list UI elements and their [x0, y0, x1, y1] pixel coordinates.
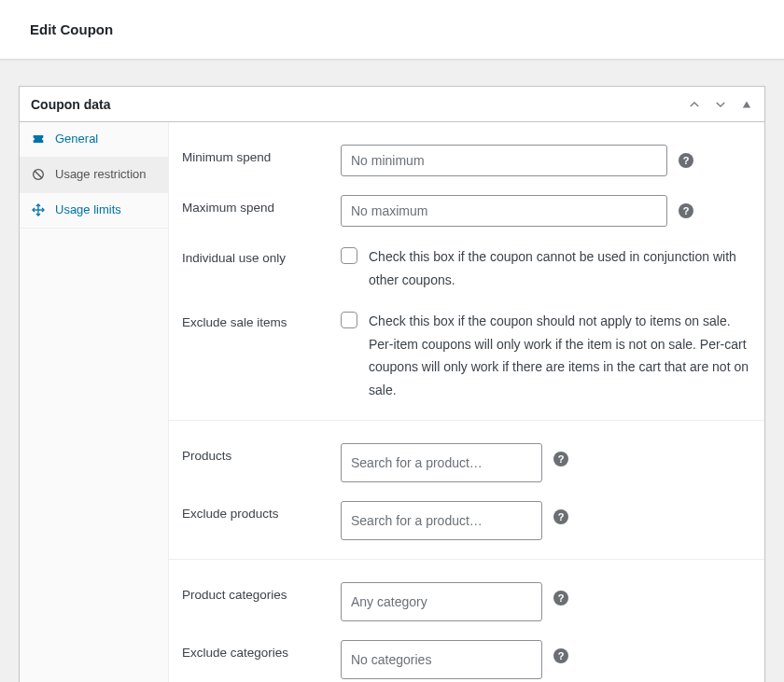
tab-general[interactable]: General [20, 122, 168, 158]
row-min-spend: Minimum spend ? [182, 132, 751, 182]
label-products: Products [182, 443, 341, 463]
help-icon[interactable]: ? [553, 648, 568, 663]
products-select-placeholder: Search for a product… [351, 455, 483, 470]
group-spend: Minimum spend ? Maximum spend ? [169, 122, 764, 421]
help-icon[interactable]: ? [553, 509, 568, 524]
chevron-up-icon[interactable] [688, 98, 701, 111]
min-spend-input[interactable] [341, 145, 667, 176]
row-max-spend: Maximum spend ? [182, 182, 751, 232]
coupon-data-metabox: Coupon data G [19, 86, 765, 682]
tab-usage-limits[interactable]: Usage limits [20, 193, 168, 229]
panel-wrap: General Usage restriction Usage limits [20, 122, 764, 682]
label-exclude-categories: Exclude categories [182, 640, 341, 660]
tab-usage-restriction-label: Usage restriction [55, 167, 157, 183]
tab-usage-limits-label: Usage limits [55, 202, 157, 218]
label-individual-use: Individual use only [182, 245, 341, 265]
help-icon[interactable]: ? [553, 591, 568, 605]
individual-use-checkbox[interactable] [341, 247, 357, 264]
exclude-sale-description: Check this box if the coupon should not … [369, 310, 751, 401]
row-individual-use: Individual use only Check this box if th… [182, 232, 751, 297]
tab-general-label: General [55, 132, 157, 147]
row-products: Products Search for a product… ? [182, 430, 751, 488]
group-products: Products Search for a product… ? Exclude… [169, 421, 764, 560]
exclude-products-select-placeholder: Search for a product… [351, 513, 483, 528]
row-exclude-products: Exclude products Search for a product… ? [182, 488, 751, 546]
coupon-pane: Minimum spend ? Maximum spend ? [169, 122, 764, 682]
move-icon [31, 202, 46, 217]
page-header: Edit Coupon [0, 0, 784, 60]
help-icon[interactable]: ? [679, 153, 693, 168]
help-icon[interactable]: ? [679, 203, 693, 218]
label-min-spend: Minimum spend [182, 145, 341, 164]
chevron-down-icon[interactable] [714, 98, 727, 111]
label-exclude-products: Exclude products [182, 501, 341, 521]
max-spend-input[interactable] [341, 195, 667, 227]
exclude-products-select[interactable]: Search for a product… [341, 501, 542, 540]
ban-icon [31, 167, 46, 182]
individual-use-description: Check this box if the coupon cannot be u… [369, 245, 751, 291]
exclude-categories-select-placeholder: No categories [351, 652, 431, 667]
help-icon[interactable]: ? [553, 452, 568, 466]
row-categories: Product categories Any category ? [182, 569, 751, 627]
svg-line-2 [35, 171, 42, 178]
metabox-title: Coupon data [31, 97, 111, 112]
label-exclude-sale: Exclude sale items [182, 310, 341, 329]
metabox-header: Coupon data [20, 87, 764, 122]
coupon-tabs: General Usage restriction Usage limits [20, 122, 169, 682]
row-exclude-sale: Exclude sale items Check this box if the… [182, 297, 751, 407]
ticket-icon [31, 132, 46, 146]
row-exclude-categories: Exclude categories No categories ? [182, 627, 751, 682]
svg-marker-0 [743, 101, 750, 107]
metabox-handle-actions [688, 98, 753, 111]
content-wrap: Coupon data G [0, 60, 784, 682]
triangle-up-icon[interactable] [740, 98, 753, 111]
categories-select[interactable]: Any category [341, 582, 542, 621]
exclude-sale-checkbox[interactable] [341, 312, 357, 328]
page-title: Edit Coupon [30, 21, 113, 37]
categories-select-placeholder: Any category [351, 594, 427, 609]
group-categories: Product categories Any category ? Exclud… [169, 560, 764, 682]
tab-usage-restriction[interactable]: Usage restriction [20, 158, 168, 193]
products-select[interactable]: Search for a product… [341, 443, 542, 482]
exclude-categories-select[interactable]: No categories [341, 640, 542, 679]
label-categories: Product categories [182, 582, 341, 602]
label-max-spend: Maximum spend [182, 195, 341, 215]
